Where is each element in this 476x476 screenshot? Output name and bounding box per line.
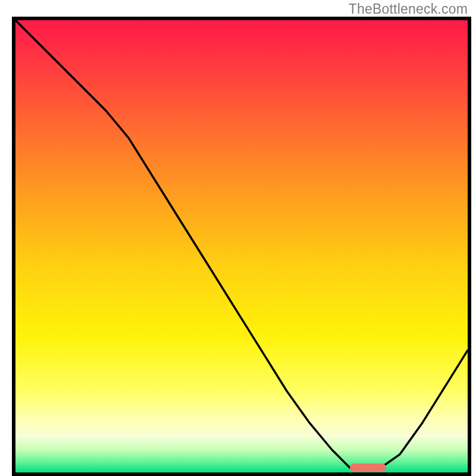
bottleneck-curve (15, 20, 468, 472)
optimal-marker (350, 464, 386, 472)
plot-area (15, 20, 468, 472)
chart-container: TheBottleneck.com (0, 0, 476, 476)
watermark-text: TheBottleneck.com (349, 1, 468, 17)
plot-frame (12, 17, 471, 476)
